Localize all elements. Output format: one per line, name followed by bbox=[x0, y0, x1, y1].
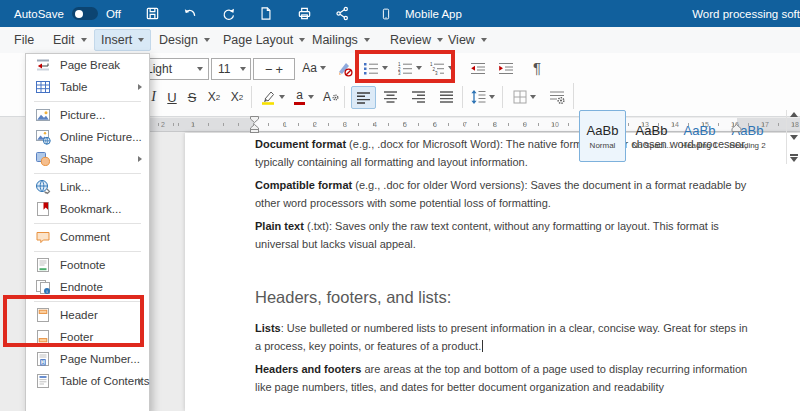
menu-item-shape[interactable]: Shape bbox=[26, 148, 149, 170]
menu-item-table[interactable]: Table bbox=[26, 76, 149, 98]
align-right-button[interactable] bbox=[407, 86, 430, 107]
decrease-indent-button[interactable] bbox=[468, 59, 488, 77]
strikethrough-button[interactable]: S bbox=[184, 87, 200, 107]
chevron-down-icon bbox=[138, 38, 144, 42]
menu-design[interactable]: Design bbox=[153, 30, 216, 50]
autosave-label: AutoSave bbox=[14, 8, 64, 20]
show-paragraph-marks-button[interactable]: ¶ bbox=[528, 56, 546, 78]
increase-indent-button[interactable] bbox=[496, 59, 516, 77]
style-normal[interactable]: AaBb Normal bbox=[579, 110, 626, 162]
justify-button[interactable] bbox=[435, 86, 458, 107]
paragraph-settings-icon bbox=[549, 90, 565, 104]
multilevel-list-button[interactable]: 123 bbox=[429, 59, 455, 77]
redo-icon[interactable] bbox=[213, 5, 243, 23]
scroll-up-icon[interactable] bbox=[790, 112, 798, 117]
more-styles-icon[interactable] bbox=[790, 157, 798, 162]
chevron-down-icon bbox=[364, 38, 370, 42]
font-size-select[interactable]: 11 bbox=[211, 58, 251, 80]
menu-item-footer[interactable]: Footer bbox=[26, 326, 149, 348]
menu-item-online-picture[interactable]: Online Picture... bbox=[26, 126, 149, 148]
menu-item-page-break[interactable]: Page Break bbox=[26, 54, 149, 76]
online-picture-icon bbox=[35, 129, 51, 145]
menu-edit[interactable]: Edit bbox=[47, 30, 93, 50]
menu-item-header[interactable]: Header bbox=[26, 304, 149, 326]
menu-insert[interactable]: Insert bbox=[94, 29, 151, 51]
endnote-icon: i bbox=[35, 279, 51, 295]
chevron-down-icon bbox=[481, 38, 487, 42]
autosave-state: Off bbox=[106, 8, 121, 20]
page-number-icon: 1 bbox=[35, 351, 51, 367]
footnote-icon bbox=[35, 257, 51, 273]
undo-icon[interactable] bbox=[175, 5, 205, 23]
chevron-down-icon bbox=[382, 66, 388, 70]
highlight-icon bbox=[261, 90, 276, 105]
text-effects-button[interactable]: A bbox=[320, 86, 342, 108]
document-title: Word processing soft bbox=[692, 0, 800, 27]
line-spacing-button[interactable] bbox=[468, 86, 498, 108]
print-icon[interactable] bbox=[289, 5, 319, 23]
chevron-down-icon bbox=[308, 95, 314, 99]
menu-review[interactable]: Review bbox=[384, 30, 449, 50]
menu-page-layout[interactable]: Page Layout bbox=[217, 30, 311, 50]
menu-view[interactable]: View bbox=[442, 30, 493, 50]
style-heading-1[interactable]: AaBb Heading 1 bbox=[676, 110, 723, 162]
chevron-down-icon bbox=[530, 95, 536, 99]
left-indent-marker[interactable] bbox=[249, 116, 260, 133]
page-break-icon bbox=[35, 57, 51, 73]
save-icon[interactable] bbox=[137, 5, 167, 23]
menu-item-endnote[interactable]: i Endnote bbox=[26, 276, 149, 298]
menu-item-comment[interactable]: Comment bbox=[26, 226, 149, 248]
justify-icon bbox=[440, 91, 454, 103]
menu-item-page-number[interactable]: 1 Page Number... bbox=[26, 348, 149, 370]
decrease-indent-icon bbox=[470, 62, 486, 75]
chevron-down-icon bbox=[197, 67, 203, 71]
increase-indent-icon bbox=[498, 62, 514, 75]
font-color-button[interactable]: a bbox=[290, 86, 318, 108]
menu-item-footnote[interactable]: Footnote bbox=[26, 254, 149, 276]
multilevel-list-icon: 123 bbox=[430, 62, 445, 75]
chevron-down-icon bbox=[240, 67, 246, 71]
change-case-button[interactable]: Aa bbox=[297, 58, 331, 78]
scroll-down-icon[interactable] bbox=[790, 135, 798, 140]
chevron-down-icon bbox=[279, 95, 285, 99]
mobile-phone-icon[interactable] bbox=[371, 5, 401, 23]
menu-bar: File Edit Insert Design Page Layout Mail… bbox=[0, 27, 800, 53]
clear-formatting-button[interactable] bbox=[333, 57, 355, 79]
style-heading-2[interactable]: AaBb Heading 2 bbox=[724, 110, 771, 162]
menu-item-picture[interactable]: Picture... bbox=[26, 104, 149, 126]
section-heading: Headers, footers, and lists: bbox=[255, 286, 795, 308]
paragraph: Lists: Use bulleted or numbered lists to… bbox=[255, 319, 795, 355]
menu-mailings[interactable]: Mailings bbox=[306, 30, 376, 50]
bulleted-list-button[interactable] bbox=[362, 59, 390, 77]
menu-item-table-of-contents[interactable]: Table of Contents bbox=[26, 370, 149, 392]
align-center-button[interactable] bbox=[379, 86, 402, 107]
menu-item-link[interactable]: Link... bbox=[26, 176, 149, 198]
autosave-toggle[interactable] bbox=[72, 7, 98, 20]
svg-text:3: 3 bbox=[435, 71, 438, 75]
menu-separator bbox=[34, 101, 141, 102]
submenu-arrow-icon bbox=[138, 84, 142, 90]
style-no-spacing[interactable]: AaBb No Spaci... bbox=[628, 110, 675, 162]
menu-file[interactable]: File bbox=[8, 30, 40, 50]
menu-item-bookmark[interactable]: Bookmark... bbox=[26, 198, 149, 220]
document-canvas[interactable]: Document format (e.g., .docx for Microso… bbox=[185, 133, 800, 411]
svg-text:3: 3 bbox=[398, 71, 401, 75]
subscript-button[interactable]: X2 bbox=[204, 87, 224, 107]
right-indent-marker[interactable] bbox=[731, 124, 742, 132]
paragraph-settings-button[interactable] bbox=[545, 86, 569, 108]
increase-font-button[interactable]: + bbox=[276, 62, 284, 77]
borders-button[interactable] bbox=[509, 86, 539, 108]
numbered-list-button[interactable]: 123 bbox=[396, 59, 424, 77]
new-document-icon[interactable] bbox=[251, 5, 281, 23]
chevron-down-icon bbox=[204, 38, 210, 42]
link-icon bbox=[35, 179, 51, 195]
decrease-font-button[interactable]: − bbox=[265, 62, 273, 77]
share-icon[interactable] bbox=[327, 5, 357, 23]
underline-button[interactable]: U bbox=[164, 87, 180, 107]
align-left-button[interactable] bbox=[351, 86, 376, 109]
superscript-button[interactable]: X2 bbox=[227, 87, 247, 107]
font-size-stepper: − + bbox=[253, 58, 295, 80]
align-center-icon bbox=[384, 91, 398, 103]
highlight-color-button[interactable] bbox=[258, 86, 288, 108]
mobile-app-label[interactable]: Mobile App bbox=[405, 8, 462, 20]
